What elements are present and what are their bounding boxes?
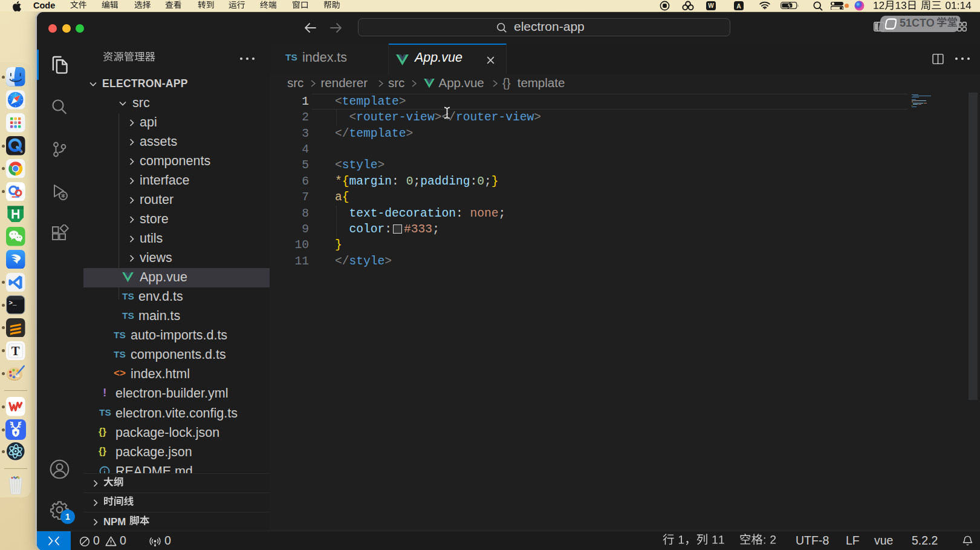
svg-text:T: T [11, 344, 20, 358]
svg-text:A: A [736, 2, 741, 9]
svg-text:>_: >_ [8, 300, 16, 307]
svg-text:W: W [708, 2, 714, 9]
